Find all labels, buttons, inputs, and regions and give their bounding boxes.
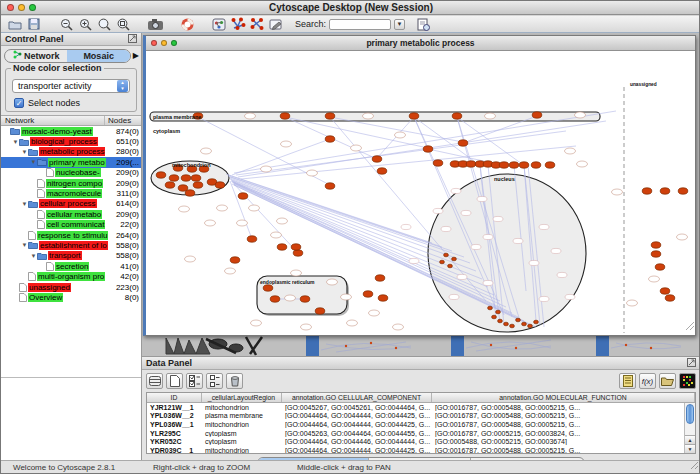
expander-icon[interactable]: ▼ [30, 253, 37, 259]
node-unselected[interactable] [369, 310, 380, 316]
node-selected[interactable] [293, 250, 303, 256]
node-unselected[interactable] [281, 141, 292, 147]
help-lifesaver-icon[interactable] [179, 17, 195, 31]
node-unselected[interactable] [471, 244, 481, 249]
node-selected[interactable] [325, 136, 335, 142]
node-unselected[interactable] [393, 324, 404, 330]
node-unselected[interactable] [483, 234, 493, 239]
open-icon[interactable] [7, 17, 23, 31]
node-unselected[interactable] [565, 294, 575, 299]
node-selected[interactable] [291, 244, 301, 250]
node-selected[interactable] [263, 285, 273, 291]
node-selected[interactable] [458, 140, 468, 146]
attribute-select-icon[interactable] [146, 373, 163, 389]
background-windows[interactable] [146, 336, 696, 356]
table-row[interactable]: YKR052Ccytoplasm[GO:0044464, GO:0044446,… [147, 437, 695, 446]
float-panel-icon[interactable] [128, 34, 137, 45]
edge[interactable] [230, 177, 464, 257]
tree-row-cellular-metabo[interactable]: cellular metabo209(0) [1, 209, 141, 219]
node-selected[interactable] [452, 113, 462, 119]
node-selected[interactable] [238, 193, 248, 199]
node-selected[interactable] [315, 308, 325, 314]
node-unselected[interactable] [205, 220, 216, 226]
node-selected[interactable] [433, 160, 443, 166]
node-selected[interactable] [325, 113, 335, 119]
node-unselected[interactable] [493, 216, 503, 221]
tree-row-metabolic-process[interactable]: ▼metabolic process280(0) [1, 147, 141, 157]
node-unselected[interactable] [461, 210, 471, 215]
window-resize-grip[interactable] [683, 317, 695, 335]
node-selected[interactable] [665, 295, 675, 301]
node-unselected[interactable] [565, 148, 576, 154]
node-unselected[interactable] [237, 220, 248, 226]
tree-row-multi-organism-pro[interactable]: multi-organism pro42(0) [1, 271, 141, 281]
node-unselected[interactable] [539, 224, 549, 229]
node-unselected[interactable] [441, 226, 451, 231]
node-unselected[interactable] [477, 196, 487, 201]
node-selected[interactable] [452, 257, 457, 261]
edge[interactable] [414, 117, 478, 164]
node-unselected[interactable] [291, 270, 302, 276]
node-selected[interactable] [466, 161, 476, 167]
node-selected[interactable] [444, 253, 449, 257]
node-selected[interactable] [375, 275, 385, 281]
node-unselected[interactable] [449, 294, 459, 299]
node-selected[interactable] [156, 172, 166, 178]
node-unselected[interactable] [612, 189, 623, 195]
node-selected[interactable] [363, 291, 373, 297]
node-selected[interactable] [423, 146, 433, 152]
node-selected[interactable] [230, 257, 240, 263]
node-selected[interactable] [215, 182, 225, 188]
tree-row-primary-metabo[interactable]: ▼primary metabo209(... [1, 157, 141, 167]
edge[interactable] [238, 121, 606, 177]
node-selected[interactable] [678, 188, 688, 194]
node-selected[interactable] [528, 324, 533, 328]
scroll-down-button[interactable]: ▼ [685, 444, 695, 453]
node-unselected[interactable] [225, 268, 236, 274]
table-row[interactable]: YLR295Ccytoplasm[GO:0045263, GO:0044464,… [147, 429, 695, 438]
table-row[interactable]: YDR039C__1mitochondrion[GO:0044464, GO:0… [147, 446, 695, 454]
node-unselected[interactable] [185, 256, 196, 262]
tree-row-transport[interactable]: ▼transport558(0) [1, 251, 141, 261]
node-selected[interactable] [270, 296, 280, 302]
node-selected[interactable] [377, 168, 387, 174]
node-unselected[interactable] [627, 300, 638, 306]
float-data-panel-icon[interactable] [687, 358, 696, 369]
expander-icon[interactable]: ▼ [30, 159, 37, 165]
column-header[interactable]: ID [147, 393, 202, 402]
node-selected[interactable] [660, 188, 670, 194]
edge[interactable] [230, 178, 470, 263]
node-selected[interactable] [193, 182, 203, 188]
node-selected[interactable] [300, 296, 310, 302]
expander-icon[interactable]: ▼ [12, 139, 19, 145]
node-unselected[interactable] [271, 232, 282, 238]
node-unselected[interactable] [351, 145, 362, 151]
node-selected[interactable] [509, 162, 519, 168]
node-unselected[interactable] [409, 258, 419, 263]
node-selected[interactable] [181, 175, 191, 181]
table-scrollbar[interactable]: ▲ ▼ [684, 403, 695, 453]
node-selected[interactable] [372, 156, 382, 162]
table-row[interactable]: YPL036W__2plasma membrane[GO:0044464, GO… [147, 412, 695, 421]
node-selected[interactable] [532, 112, 542, 118]
node-selected[interactable] [522, 322, 527, 326]
node-unselected[interactable] [575, 112, 586, 118]
node-unselected[interactable] [277, 218, 288, 224]
node-selected[interactable] [440, 260, 445, 264]
node-selected[interactable] [498, 319, 503, 323]
node-color-attribute-select[interactable]: transporter activity ▲▼ [12, 79, 130, 93]
node-selected[interactable] [545, 162, 555, 168]
node-unselected[interactable] [217, 205, 228, 211]
expander-icon[interactable]: ▼ [21, 201, 28, 207]
node-unselected[interactable] [261, 166, 272, 172]
tree-row-unassigned[interactable]: unassigned223(0) [1, 282, 141, 292]
node-unselected[interactable] [539, 296, 549, 301]
node-unselected[interactable] [577, 161, 588, 167]
zoom-fit-icon[interactable] [115, 17, 131, 31]
node-selected[interactable] [534, 320, 539, 324]
node-unselected[interactable] [341, 294, 352, 300]
attribute-list-icon[interactable] [206, 373, 223, 389]
node-selected[interactable] [651, 251, 661, 257]
node-unselected[interactable] [249, 205, 260, 211]
column-nodes[interactable]: Nodes [105, 116, 141, 125]
